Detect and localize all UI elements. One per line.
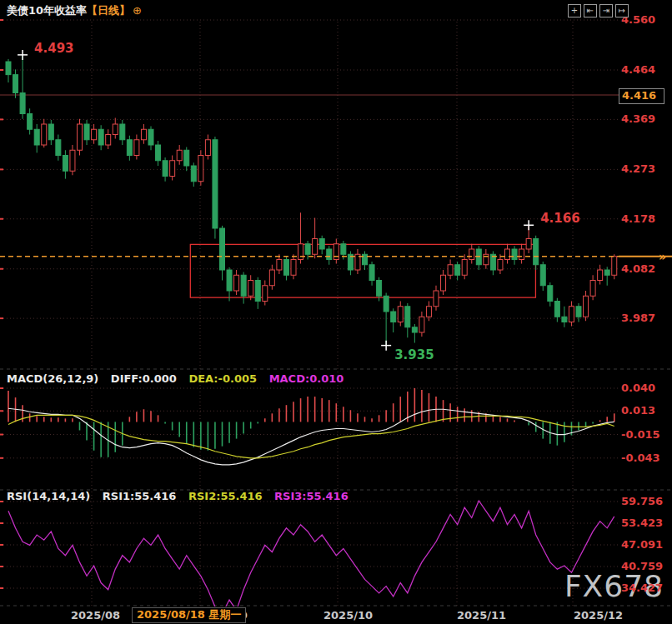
macd-axis-label: -0.043 [621, 452, 660, 464]
trading-chart-app: »4.4934.1663.935 美债10年收益率【日线】⊕ + ⇤ ⇥ ↦ M… [0, 0, 672, 624]
price-axis-label: 4.178 [621, 212, 655, 225]
rsi-axis-label: 40.759 [621, 560, 663, 572]
price-axis-label: 3.987 [621, 312, 655, 324]
pan-tool-icon[interactable]: + [568, 4, 581, 17]
macd-axis-label: 0.013 [621, 404, 655, 417]
x-axis-label: 2025/10 [323, 609, 373, 622]
macd-params: MACD(26,12,9) [7, 372, 98, 385]
x-axis-label: 2025/11 [457, 609, 506, 622]
rsi2-value: RSI2:55.416 [188, 490, 263, 502]
rsi-axis-label: 47.091 [621, 538, 663, 551]
add-indicator-icon[interactable]: ⊕ [133, 4, 142, 17]
macd-macd-value: MACD:0.010 [269, 372, 344, 385]
price-axis-label: 4.369 [621, 112, 655, 125]
fit-vertical-icon[interactable]: ⇤ [584, 4, 597, 17]
go-to-latest-icon[interactable]: ↦ [615, 4, 629, 17]
price-annotation: 3.935 [394, 347, 434, 362]
macd-axis-label: 0.040 [621, 382, 655, 394]
macd-legend: MACD(26,12,9) DIFF:0.000 DEA:-0.005 MACD… [7, 372, 352, 385]
chart-header: 美债10年收益率【日线】⊕ [7, 3, 142, 18]
rsi-axis-label: 59.756 [621, 495, 663, 507]
price-annotation: 4.166 [540, 211, 579, 226]
macd-dea-value: DEA:-0.005 [188, 372, 257, 385]
rsi3-value: RSI3:55.416 [274, 490, 349, 502]
price-axis-label: 4.464 [621, 63, 655, 76]
rsi-axis-label: 53.423 [621, 517, 663, 529]
price-axis-label: 4.273 [621, 162, 655, 175]
svg-text:»: » [659, 250, 666, 263]
x-axis-label: 2025/12 [574, 609, 623, 622]
macd-axis-label: -0.015 [621, 428, 660, 441]
rsi-axis-label: 34.427 [621, 582, 663, 594]
macd-diff-value: DIFF:0.000 [111, 372, 177, 385]
rsi-params: RSI(14,14,14) [7, 490, 90, 502]
x-axis-label: 2025/08 [71, 609, 120, 622]
chart-canvas[interactable]: »4.4934.1663.935 [0, 0, 672, 624]
price-annotation: 4.493 [34, 41, 73, 56]
price-marker-label: 4.416 [619, 88, 664, 104]
chart-toolbar: + ⇤ ⇥ ↦ [568, 4, 629, 17]
instrument-title: 美债10年收益率 [7, 4, 87, 17]
rsi1-value: RSI1:55.416 [103, 490, 177, 502]
period-label: 【日线】 [87, 4, 130, 17]
fit-horizontal-icon[interactable]: ⇥ [599, 4, 613, 17]
rsi-legend: RSI(14,14,14) RSI1:55.416 RSI2:55.416 RS… [7, 490, 357, 502]
crosshair-date-tooltip: 2025/08/18 星期一 [132, 607, 246, 623]
price-axis-label: 4.082 [621, 262, 655, 275]
